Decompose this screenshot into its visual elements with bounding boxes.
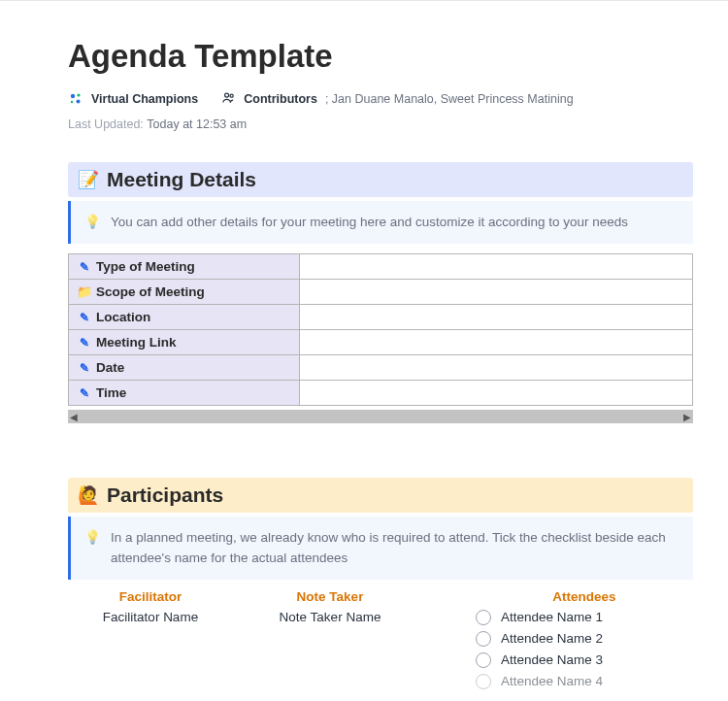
callout-participants[interactable]: 💡 In a planned meeting, we already know …: [68, 517, 693, 580]
raising-hand-icon: 🙋: [78, 484, 99, 506]
table-row: ✎Location: [69, 305, 693, 330]
table-row: ✎Date: [69, 355, 693, 381]
svg-point-2: [77, 100, 81, 104]
pencil-icon: ✎: [77, 260, 92, 274]
attendee-row: Attendee Name 2: [476, 631, 693, 647]
attendee-checkbox[interactable]: [476, 652, 491, 668]
field-label: Time: [96, 385, 126, 400]
callout-details[interactable]: 💡 You can add other details for your mee…: [68, 201, 693, 244]
field-value[interactable]: [300, 280, 693, 305]
attendee-checkbox[interactable]: [476, 674, 491, 689]
scroll-left-icon[interactable]: ◀: [70, 412, 78, 422]
attendee-row: Attendee Name 1: [476, 610, 693, 625]
attendee-name[interactable]: Attendee Name 1: [501, 610, 603, 624]
pencil-icon: ✎: [77, 386, 92, 400]
section-header-participants: 🙋 Participants: [68, 478, 693, 513]
meeting-details-table: ✎Type of Meeting 📁Scope of Meeting ✎Loca…: [68, 253, 693, 406]
bulb-icon: 💡: [84, 528, 101, 548]
attendee-checkbox[interactable]: [476, 610, 491, 625]
field-label: Type of Meeting: [96, 259, 195, 274]
field-value[interactable]: [300, 330, 693, 355]
attendees-heading: Attendees: [476, 589, 693, 604]
callout-text: You can add other details for your meeti…: [111, 213, 628, 232]
notepad-icon: 📝: [78, 169, 99, 190]
last-updated: Last Updated: Today at 12:53 am: [68, 117, 693, 131]
notetaker-name[interactable]: Note Taker Name: [233, 610, 427, 624]
field-label: Date: [96, 360, 124, 375]
meta-row: Virtual Champions Contributors ; Jan Dua…: [68, 90, 693, 108]
horizontal-scrollbar[interactable]: ◀ ▶: [68, 410, 693, 423]
table-row: 📁Scope of Meeting: [69, 280, 693, 305]
section-header-meeting-details: 📝 Meeting Details: [68, 162, 693, 197]
pencil-icon: ✎: [77, 361, 92, 375]
attendee-row: Attendee Name 4: [476, 674, 693, 689]
table-row: ✎Time: [69, 381, 693, 406]
field-label: Location: [96, 310, 150, 324]
svg-point-3: [71, 101, 73, 103]
workspace-name[interactable]: Virtual Champions: [91, 92, 198, 106]
table-row: ✎Meeting Link: [69, 330, 693, 355]
facilitator-name[interactable]: Facilitator Name: [68, 610, 233, 624]
attendee-row: Attendee Name 3: [476, 652, 693, 668]
table-row: ✎Type of Meeting: [69, 254, 693, 280]
field-label: Scope of Meeting: [96, 284, 205, 299]
notetaker-heading: Note Taker: [233, 589, 427, 604]
field-value[interactable]: [300, 381, 693, 406]
field-value[interactable]: [300, 355, 693, 381]
page-title: Agenda Template: [68, 38, 693, 75]
attendee-checkbox[interactable]: [476, 631, 491, 647]
svg-point-5: [230, 94, 233, 97]
facilitator-heading: Facilitator: [68, 589, 233, 604]
svg-point-4: [225, 93, 229, 97]
field-value[interactable]: [300, 254, 693, 280]
attendee-name[interactable]: Attendee Name 4: [501, 674, 603, 688]
workspace-logo-icon: [68, 91, 83, 107]
field-value[interactable]: [300, 305, 693, 330]
attendee-name[interactable]: Attendee Name 3: [501, 652, 603, 667]
callout-text: In a planned meeting, we already know wh…: [111, 528, 679, 568]
bulb-icon: 💡: [84, 213, 101, 232]
pencil-icon: ✎: [77, 311, 92, 324]
contributors-list[interactable]: ; Jan Duane Manalo, Sweet Princess Matin…: [325, 92, 574, 106]
contributors-icon: [221, 90, 236, 108]
contributors-label: Contributors: [244, 92, 317, 106]
folder-icon: 📁: [77, 284, 92, 299]
pencil-icon: ✎: [77, 336, 92, 350]
scroll-right-icon[interactable]: ▶: [683, 412, 691, 422]
svg-point-1: [77, 93, 80, 96]
svg-point-0: [71, 94, 75, 98]
attendee-name[interactable]: Attendee Name 2: [501, 631, 603, 646]
field-label: Meeting Link: [96, 335, 177, 350]
